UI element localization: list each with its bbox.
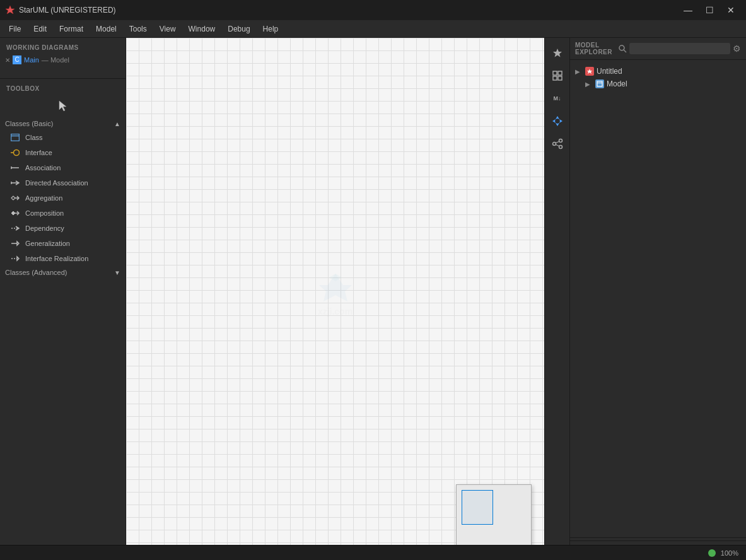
left-panel: WORKING DIAGRAMS ✕ C Main — Model TOOLBO…	[0, 38, 126, 560]
directed-association-tool-label: Directed Association	[25, 179, 88, 187]
svg-marker-1	[59, 101, 66, 111]
gear-icon[interactable]: ⚙	[733, 44, 741, 54]
tree-label-model: Model	[607, 79, 627, 88]
status-ok-item	[708, 549, 716, 557]
association-tool-icon	[10, 163, 20, 173]
grid-sidebar-btn[interactable]	[547, 66, 568, 86]
svg-point-28	[552, 143, 556, 146]
canvas-sidebar: M↓	[544, 38, 569, 560]
tool-class[interactable]: Class	[0, 130, 125, 145]
svg-marker-34	[587, 69, 592, 74]
canvas-container[interactable]: xzji.com	[126, 38, 544, 560]
project-icon	[585, 67, 594, 76]
tree-item-untitled[interactable]: ▶ Untitled	[573, 65, 743, 78]
model-search-input[interactable]	[629, 43, 730, 54]
aggregation-icon-svg	[11, 195, 20, 201]
menu-view[interactable]: View	[153, 22, 182, 36]
svg-point-27	[559, 139, 562, 143]
tree-item-model[interactable]: ▶ Model	[573, 78, 743, 90]
canvas-watermark: xzji.com	[310, 272, 361, 317]
interface-icon-svg	[11, 149, 20, 156]
diagram-name: Main	[24, 56, 39, 64]
menu-window[interactable]: Window	[182, 22, 222, 36]
menu-edit[interactable]: Edit	[27, 22, 53, 36]
tool-generalization[interactable]: Generalization	[0, 236, 125, 251]
app-title: StarUML (UNREGISTERED)	[19, 6, 116, 15]
dependency-tool-icon	[10, 223, 20, 233]
model-explorer-header: MODEL EXPLORER ⚙	[570, 38, 746, 60]
tool-dependency[interactable]: Dependency	[0, 221, 125, 236]
tool-aggregation[interactable]: Aggregation	[0, 190, 125, 206]
diagram-item-main[interactable]: ✕ C Main — Model	[0, 54, 125, 66]
grid-sidebar-icon	[552, 70, 563, 81]
interface-realization-tool-icon	[10, 254, 20, 264]
class-tool-label: Class	[25, 134, 43, 141]
category-arrow-icon: ▲	[114, 120, 120, 127]
maximize-button[interactable]: ☐	[699, 0, 720, 20]
menu-bar: File Edit Format Model Tools View Window…	[0, 20, 746, 38]
svg-marker-26	[552, 116, 562, 126]
tool-interface-realization[interactable]: Interface Realization	[0, 251, 125, 266]
menu-file[interactable]: File	[3, 22, 27, 36]
move-sidebar-icon	[552, 115, 563, 127]
markdown-sidebar-btn[interactable]: M↓	[547, 88, 568, 108]
aggregation-tool-label: Aggregation	[25, 194, 62, 202]
category-classes-basic[interactable]: Classes (Basic) ▲	[0, 117, 125, 130]
search-icon	[618, 44, 627, 53]
svg-marker-20	[329, 274, 342, 281]
menu-debug[interactable]: Debug	[221, 22, 256, 36]
menu-help[interactable]: Help	[257, 22, 285, 36]
divider-1	[0, 78, 125, 79]
category-advanced-label: Classes (Advanced)	[5, 269, 67, 276]
model-icon	[595, 79, 604, 88]
star-sidebar-btn[interactable]	[547, 43, 568, 63]
directed-association-tool-icon	[10, 178, 20, 188]
model-box-icon	[597, 81, 603, 87]
svg-line-30	[556, 141, 559, 143]
right-panel: MODEL EXPLORER ⚙ ▶ Untitled	[569, 38, 746, 560]
menu-tools[interactable]: Tools	[123, 22, 153, 36]
tool-composition[interactable]: Composition	[0, 206, 125, 221]
watermark-logo: xzji.com	[310, 272, 361, 317]
working-diagrams-header: WORKING DIAGRAMS	[0, 40, 125, 54]
svg-marker-0	[6, 6, 15, 14]
toolbox-panel: TOOLBOX Classes (Basic) ▲	[0, 81, 125, 560]
tree-arrow-untitled: ▶	[575, 68, 583, 75]
composition-tool-icon	[10, 208, 20, 218]
share-sidebar-btn[interactable]	[547, 134, 568, 154]
svg-point-5	[14, 150, 20, 156]
diagram-sub: — Model	[42, 56, 69, 64]
category-advanced-arrow-icon: ▼	[114, 269, 120, 276]
cursor-tool-button[interactable]	[55, 98, 71, 114]
move-sidebar-btn[interactable]	[547, 111, 568, 131]
cursor-icon	[57, 100, 69, 112]
generalization-tool-icon	[10, 238, 20, 248]
svg-rect-23	[558, 71, 562, 75]
category-label: Classes (Basic)	[5, 120, 53, 127]
svg-marker-16	[17, 242, 19, 245]
minimize-button[interactable]: —	[678, 0, 698, 20]
composition-tool-label: Composition	[25, 209, 64, 217]
svg-marker-21	[553, 49, 562, 57]
menu-format[interactable]: Format	[53, 22, 90, 36]
close-button[interactable]: ✕	[721, 0, 741, 20]
diagram-close-icon[interactable]: ✕	[5, 57, 10, 64]
tool-association[interactable]: Association	[0, 160, 125, 175]
working-diagrams-section: WORKING DIAGRAMS ✕ C Main — Model	[0, 38, 125, 76]
title-bar-left: StarUML (UNREGISTERED)	[5, 5, 116, 15]
svg-marker-12	[11, 211, 15, 215]
title-bar: StarUML (UNREGISTERED) — ☐ ✕	[0, 0, 746, 20]
main-layout: WORKING DIAGRAMS ✕ C Main — Model TOOLBO…	[0, 38, 746, 560]
status-ok-icon	[708, 549, 716, 557]
interface-tool-label: Interface	[25, 149, 52, 156]
svg-rect-22	[553, 71, 557, 75]
category-classes-advanced[interactable]: Classes (Advanced) ▼	[0, 266, 125, 279]
tool-directed-association[interactable]: Directed Association	[0, 175, 125, 190]
svg-marker-10	[11, 196, 15, 200]
canvas-grid[interactable]: xzji.com	[126, 38, 544, 560]
svg-line-31	[556, 144, 559, 146]
menu-model[interactable]: Model	[90, 22, 123, 36]
tool-interface[interactable]: Interface	[0, 145, 125, 160]
zoom-level: 100%	[721, 549, 738, 557]
svg-marker-19	[319, 274, 352, 301]
